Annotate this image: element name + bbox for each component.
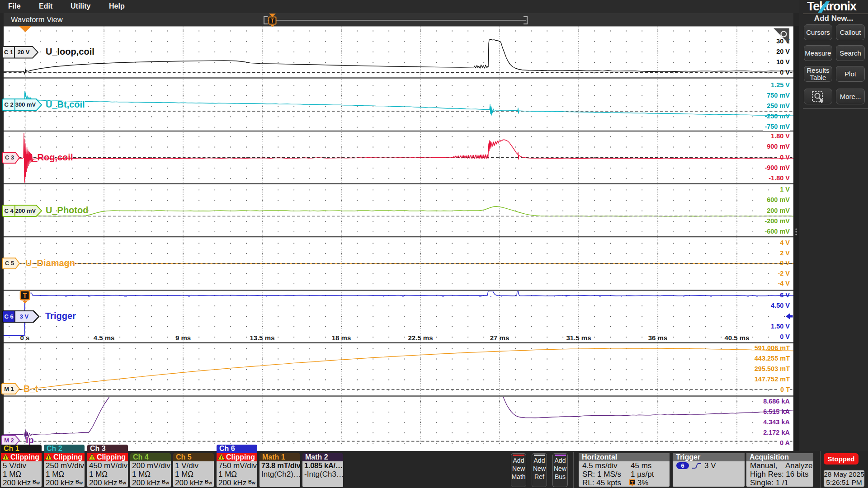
svg-text:U_Photod: U_Photod — [46, 205, 88, 215]
svg-text:0 V: 0 V — [780, 259, 790, 267]
svg-text:-750 mV: -750 mV — [764, 123, 790, 130]
svg-text:8.686 kA: 8.686 kA — [763, 398, 790, 405]
svg-text:295.503 mT: 295.503 mT — [755, 365, 790, 372]
svg-text:T: T — [271, 18, 274, 24]
svg-text:C 6: C 6 — [4, 313, 13, 320]
svg-text:Ip: Ip — [26, 435, 34, 445]
svg-text:200 mV: 200 mV — [15, 207, 36, 214]
svg-text:M 2: M 2 — [4, 437, 14, 444]
svg-text:-200 mV: -200 mV — [764, 217, 790, 225]
svg-text:Trigger: Trigger — [45, 311, 76, 321]
svg-text:C 2: C 2 — [4, 101, 13, 108]
svg-text:4.343 kA: 4.343 kA — [763, 418, 790, 426]
svg-text:10 V: 10 V — [776, 58, 790, 66]
svg-text:6 V: 6 V — [780, 291, 790, 299]
svg-text:0 V: 0 V — [780, 69, 790, 76]
svg-text:-250 mV: -250 mV — [764, 113, 790, 120]
svg-text:U_loop,coil: U_loop,coil — [46, 47, 94, 56]
svg-text:147.752 mT: 147.752 mT — [755, 375, 790, 383]
svg-text:U_Diamagn: U_Diamagn — [25, 258, 75, 268]
svg-text:-900 mV: -900 mV — [764, 164, 790, 171]
svg-text:0 V: 0 V — [780, 333, 790, 340]
svg-text:2.172 kA: 2.172 kA — [763, 429, 790, 436]
svg-text:C 4: C 4 — [4, 207, 14, 214]
svg-text:T: T — [23, 291, 27, 299]
svg-text:1.80 V: 1.80 V — [771, 132, 790, 140]
svg-text:-600 mV: -600 mV — [764, 228, 790, 235]
svg-text:0 T: 0 T — [780, 386, 790, 393]
svg-text:443.255 mT: 443.255 mT — [755, 355, 790, 362]
svg-text:2 V: 2 V — [780, 249, 790, 257]
svg-text:300 mV: 300 mV — [15, 101, 36, 108]
svg-text:1.50 V: 1.50 V — [771, 323, 790, 330]
svg-text:250 mV: 250 mV — [767, 102, 790, 109]
svg-text:C 3: C 3 — [5, 154, 14, 161]
svg-text:-4 V: -4 V — [778, 280, 790, 287]
svg-text:4 V: 4 V — [780, 239, 790, 246]
svg-text:900 mV: 900 mV — [767, 143, 790, 150]
svg-text:U_Bt,coil: U_Bt,coil — [46, 99, 85, 109]
svg-text:T: T — [631, 480, 634, 485]
svg-text:600 mV: 600 mV — [767, 196, 790, 203]
svg-text:Tektronix: Tektronix — [807, 0, 857, 13]
svg-text:-1.80 V: -1.80 V — [769, 174, 790, 182]
svg-text:-2 V: -2 V — [778, 270, 790, 277]
svg-text:C 5: C 5 — [5, 260, 14, 267]
svg-text:0 A: 0 A — [780, 439, 790, 446]
svg-text:20 V: 20 V — [18, 49, 30, 56]
svg-text:C 1: C 1 — [4, 49, 13, 56]
svg-text:3 V: 3 V — [20, 313, 29, 320]
svg-text:20 V: 20 V — [776, 48, 790, 55]
svg-text:200 mV: 200 mV — [767, 207, 790, 214]
svg-text:4.50 V: 4.50 V — [771, 302, 790, 309]
svg-text:1.25 V: 1.25 V — [771, 81, 790, 89]
svg-text:1 V: 1 V — [780, 186, 790, 193]
svg-text:B_t: B_t — [24, 384, 38, 394]
svg-text:0 V: 0 V — [780, 154, 790, 161]
svg-text:750 mV: 750 mV — [767, 92, 790, 99]
svg-text:M 1: M 1 — [4, 385, 14, 392]
